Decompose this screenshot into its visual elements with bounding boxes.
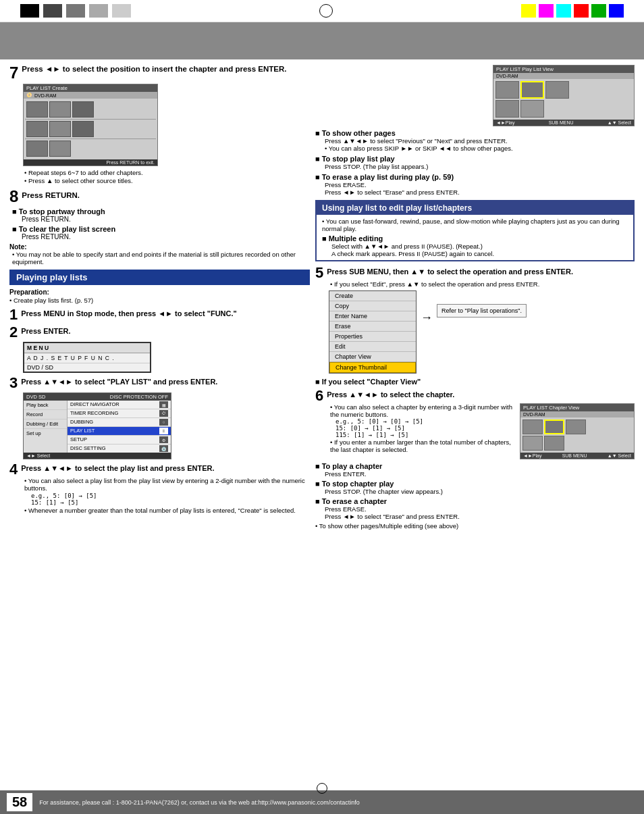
step-6-content: • You can also select a chapter by enter… [330, 403, 635, 459]
cv-thumb-5 [544, 436, 564, 451]
submenu-chapter-view: Chapter View [329, 352, 416, 362]
pl-view-title: PLAY LIST Play List View [496, 66, 554, 72]
eg-5: e.g., 5: [0] → [5] [31, 492, 310, 499]
pl-view-sub: DVD-RAM [493, 73, 634, 79]
cv-screen-sub: DVD-RAM [520, 411, 634, 417]
setup-label: SETUP [70, 436, 87, 443]
screen-row-2 [25, 120, 156, 139]
stop-ch-bullet: ■ [315, 480, 320, 488]
show-pages-bullet: ■ [315, 129, 320, 137]
direct-nav-icon: ▦ [159, 401, 168, 408]
dubbing-label: DUBBING [70, 419, 93, 426]
step6-b1: • You can also select a chapter by enter… [330, 403, 516, 418]
top-right-color-blocks [521, 4, 624, 18]
left-column: 7 Press ◄► to select the position to ins… [9, 65, 310, 530]
stop-partway-bullet: ■ [12, 207, 17, 215]
dvd-footer: ◄► Select [24, 453, 171, 459]
step-4-number: 4 [9, 462, 18, 477]
step4-bullet-text: You can also select a play list from the… [24, 477, 305, 492]
to-play-chapter: ■ To play a chapter Press ENTER. [315, 462, 635, 478]
disc-protection: DISC PROTECTION OFF [110, 394, 168, 400]
step-5-submenu-area: Create Copy Enter Name Erase Properties … [329, 290, 635, 374]
submenu-erase: Erase [329, 322, 416, 332]
playlist-view-screen: PLAY LIST Play List View DVD-RAM ◄► [493, 65, 635, 126]
cv-thumb-2 [544, 419, 564, 434]
to-erase-pl: ■ To erase a play list during play (p. 5… [315, 173, 635, 196]
bullet-text-1: Repeat steps 6~7 to add other chapters. [28, 169, 143, 176]
screen-rows [24, 99, 157, 159]
press-return-label: Press RETURN to exit. [106, 160, 155, 165]
screen-dvd-ram: DVD-RAM [34, 93, 57, 98]
to-show-other-pages: ■ To show other pages Press ▲▼◄► to sele… [315, 129, 635, 152]
step6-eg115: 115: [1] → [1] → [5] [336, 432, 516, 438]
to-stop-chapter-play: ■ To stop chapter play Press STOP. (The … [315, 480, 635, 495]
step-8-number: 8 [9, 188, 18, 205]
step6-eg15: 15: [0] → [1] → [5] [336, 425, 516, 432]
playlist-label: PLAY LIST [70, 428, 95, 434]
pl-thumb-3 [545, 81, 569, 99]
dvd-menu-mockup: DVD SD DISC PROTECTION OFF Play back Rec… [23, 392, 171, 459]
dvd-menu-body: Play back Record Dubbing / Edit Set up D… [24, 401, 171, 453]
cv-footer-right: ▲▼ Select [608, 453, 631, 458]
thumb-1c [72, 101, 94, 118]
reg-circle-bottom [317, 783, 327, 794]
setup-icon: ⚙ [159, 436, 168, 443]
to-clear-heading: ■ To clear the play list screen [12, 225, 310, 233]
cv-bullet: ■ [315, 378, 320, 386]
using-section-box: Using play list to edit play list/chapte… [315, 200, 635, 261]
step-5-number: 5 [315, 265, 323, 280]
registration-mark-top-center [319, 4, 333, 18]
chapter-view-screen: PLAY LIST Chapter View DVD-RAM [520, 403, 635, 459]
submenu-popup: Create Copy Enter Name Erase Properties … [329, 290, 417, 374]
erase-ch-text2: Press ◄► to select "Erase" and press ENT… [325, 513, 635, 520]
bullet-text-2: Press ▲ to select other source titles. [28, 177, 133, 184]
step-6-text: Press ▲▼◄► to select the chapter. [327, 390, 454, 399]
bottom-bar: 58 For assistance, please call : 1-800-2… [0, 790, 644, 814]
show-pages-heading: ■ To show other pages [315, 129, 635, 137]
step-7: 7 Press ◄► to select the position to ins… [9, 65, 310, 184]
step4-last-bullet: Whenever a number greater than the total… [28, 507, 296, 514]
step-2-header: 2 Press ENTER. [9, 325, 310, 340]
menu-mockup-step2: M E N U A D J . S E T U P F U N C . DVD … [23, 342, 151, 373]
page-wrapper: 7 Press ◄► to select the position to ins… [0, 0, 644, 814]
top-left-marks [20, 4, 131, 18]
menu-setup: SETUP ⚙ [68, 436, 171, 444]
step-7-text: Press ◄► to select the position to inser… [22, 65, 286, 73]
disc-setting-icon: 💿 [159, 445, 168, 452]
clear-text: Press RETURN. [22, 233, 310, 240]
submenu-edit: Edit [329, 342, 416, 352]
multi-edit-title: Multiple editing [329, 234, 383, 243]
main-content: 7 Press ◄► to select the position to ins… [0, 59, 644, 535]
erase-pl-bullet: ■ [315, 173, 320, 181]
step-2: 2 Press ENTER. M E N U A D J . S E T U P… [9, 325, 310, 373]
cv-footer-mid: SUB MENU [562, 453, 587, 458]
erase-pl-text1: Press ERASE. [325, 181, 635, 188]
dvd-menu-right: DIRECT NAVIGATOR ▦ TIMER RECORDING ⏱ DUB… [68, 401, 171, 453]
timer-rec-label: TIMER RECORDING [70, 410, 118, 417]
using-bullet1: • You can use fast-forward, rewind, paus… [322, 218, 628, 232]
to-stop-pl-play: ■ To stop play list play Press STOP. (Th… [315, 155, 635, 170]
erase-pl-title: To erase a play list during play (p. 59) [322, 173, 454, 181]
submenu-change-thumbnail: Change Thumbnail [329, 362, 416, 373]
direct-nav-label: DIRECT NAVIGATOR [70, 401, 119, 408]
color-blue [609, 4, 624, 18]
submenu-properties: Properties [329, 332, 416, 342]
step-7-bullet-2: • Press ▲ to select other source titles. [24, 177, 310, 184]
step-4-bullet-last: • Whenever a number greater than the tot… [24, 507, 310, 514]
cv-screen-body [520, 417, 634, 453]
screen-dvd-label: 📀 [26, 93, 32, 98]
step-8: 8 Press RETURN. [9, 188, 310, 205]
step-4-eg: e.g., 5: [0] → [5] 15: [1] → [5] [31, 492, 310, 506]
preparation-label: Preparation: [9, 288, 310, 296]
stop-partway-heading: To stop partway through [19, 207, 105, 215]
color-cyan [556, 4, 571, 18]
erase-ch-text1: Press ERASE. [325, 505, 635, 513]
dvd-menu-header: DVD SD DISC PROTECTION OFF [24, 393, 171, 401]
preparation-text: • Create play lists first. (p. 57) [9, 297, 310, 304]
thumb-1a [26, 101, 48, 118]
submenu-container: Create Copy Enter Name Erase Properties … [329, 290, 417, 374]
step-7-number: 7 [9, 65, 18, 81]
cv-screen-header: PLAY LIST Chapter View [520, 404, 634, 411]
pl-thumb-4 [495, 100, 519, 118]
step-4-text: Press ▲▼◄► to select the play list and p… [21, 464, 214, 472]
